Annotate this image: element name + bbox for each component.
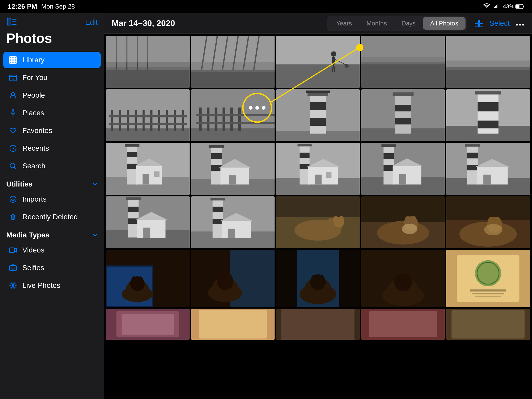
toolbar-actions: Select <box>475 19 524 28</box>
status-icons: 43% <box>483 3 524 10</box>
svg-point-197 <box>402 224 417 234</box>
svg-point-236 <box>475 260 501 286</box>
photo-cell[interactable] <box>361 36 445 88</box>
photo-cell[interactable] <box>446 309 530 340</box>
more-button[interactable] <box>516 19 524 28</box>
svg-rect-137 <box>229 175 236 184</box>
photo-cell[interactable] <box>446 196 530 248</box>
sidebar-item-imports[interactable]: Imports <box>3 191 101 208</box>
svg-rect-14 <box>10 57 13 60</box>
photo-cell[interactable] <box>361 196 445 248</box>
places-label: Places <box>22 109 44 117</box>
photo-cell[interactable] <box>106 196 190 248</box>
svg-rect-38 <box>475 20 478 23</box>
photo-cell[interactable] <box>191 36 275 88</box>
svg-point-219 <box>225 274 232 282</box>
svg-rect-134 <box>209 145 224 148</box>
photo-cell[interactable] <box>361 309 445 340</box>
sidebar-item-live-photos[interactable]: Live Photos <box>3 277 101 294</box>
svg-rect-99 <box>196 122 275 124</box>
svg-rect-80 <box>127 110 129 131</box>
photo-cell[interactable] <box>276 196 360 248</box>
photo-cell[interactable] <box>446 143 530 195</box>
photo-cell[interactable] <box>446 250 530 307</box>
recents-icon <box>8 144 18 153</box>
svg-point-233 <box>404 275 410 282</box>
videos-label: Videos <box>22 246 44 254</box>
photo-cell[interactable] <box>191 250 275 307</box>
sidebar-toggle-button[interactable] <box>6 17 18 27</box>
svg-rect-77 <box>106 128 190 141</box>
photo-cell[interactable] <box>276 309 360 340</box>
photo-cell[interactable] <box>276 250 360 307</box>
photo-cell[interactable] <box>276 89 360 141</box>
svg-rect-40 <box>475 23 478 27</box>
svg-rect-141 <box>300 153 310 158</box>
svg-rect-93 <box>207 108 209 131</box>
svg-rect-151 <box>383 153 394 159</box>
sidebar-item-people[interactable]: People <box>3 87 101 104</box>
svg-rect-6 <box>523 5 524 8</box>
svg-rect-98 <box>196 114 275 116</box>
display-mode-button[interactable] <box>475 20 483 27</box>
utilities-section-header: Utilities <box>0 175 104 190</box>
svg-point-218 <box>218 274 224 282</box>
photo-cell[interactable] <box>446 89 530 141</box>
svg-rect-161 <box>467 165 478 170</box>
recents-label: Recents <box>22 144 49 152</box>
svg-point-35 <box>12 284 14 287</box>
tab-years[interactable]: Years <box>329 17 359 30</box>
svg-rect-15 <box>13 57 16 60</box>
sidebar-item-selfies[interactable]: Selfies <box>3 260 101 276</box>
sidebar-item-library[interactable]: Library <box>3 52 101 68</box>
svg-rect-179 <box>212 219 223 224</box>
sidebar-item-recently-deleted[interactable]: Recently Deleted <box>3 209 101 225</box>
photo-cell[interactable] <box>191 196 275 248</box>
svg-rect-147 <box>326 172 331 178</box>
photo-cell[interactable] <box>191 89 275 141</box>
svg-rect-180 <box>210 198 225 201</box>
utilities-chevron[interactable] <box>92 181 98 188</box>
sidebar-item-for-you[interactable]: For You <box>3 69 101 86</box>
sidebar-item-search[interactable]: Search <box>3 158 101 174</box>
tab-days[interactable]: Days <box>394 17 423 30</box>
photo-grid <box>104 34 532 399</box>
edit-button[interactable]: Edit <box>85 18 98 26</box>
photo-cell[interactable] <box>446 36 530 88</box>
photo-cell[interactable] <box>191 143 275 195</box>
svg-point-232 <box>396 275 402 282</box>
select-button[interactable]: Select <box>489 19 510 28</box>
sidebar: Edit Photos Library <box>0 13 104 399</box>
trash-icon <box>8 212 18 222</box>
media-types-section-header: Media Types <box>0 226 104 241</box>
svg-point-193 <box>377 221 429 244</box>
photo-cell[interactable] <box>106 250 190 307</box>
photo-cell[interactable] <box>361 143 445 195</box>
svg-rect-245 <box>199 310 267 339</box>
photo-cell[interactable] <box>106 89 190 141</box>
svg-rect-122 <box>127 152 137 157</box>
svg-rect-81 <box>135 110 137 131</box>
search-icon <box>8 161 18 171</box>
svg-rect-94 <box>215 108 217 131</box>
sidebar-item-recents[interactable]: Recents <box>3 140 101 157</box>
photo-cell[interactable] <box>191 309 275 340</box>
photo-cell[interactable] <box>276 36 360 88</box>
sidebar-item-videos[interactable]: Videos <box>3 242 101 258</box>
svg-rect-116 <box>478 102 498 111</box>
photo-cell[interactable] <box>106 143 190 195</box>
media-types-chevron[interactable] <box>92 231 98 239</box>
photo-cell[interactable] <box>276 143 360 195</box>
tab-months[interactable]: Months <box>359 17 394 30</box>
svg-point-231 <box>394 274 412 291</box>
sidebar-item-places[interactable]: Places <box>3 105 101 121</box>
photo-cell[interactable] <box>106 309 190 340</box>
tab-all-photos[interactable]: All Photos <box>423 17 466 30</box>
svg-point-64 <box>331 51 336 57</box>
photo-cell[interactable] <box>361 89 445 141</box>
sidebar-item-favorites[interactable]: Favorites <box>3 122 101 139</box>
recently-deleted-label: Recently Deleted <box>22 213 78 221</box>
svg-rect-156 <box>399 174 406 184</box>
photo-cell[interactable] <box>361 250 445 307</box>
photo-cell[interactable] <box>106 36 190 88</box>
